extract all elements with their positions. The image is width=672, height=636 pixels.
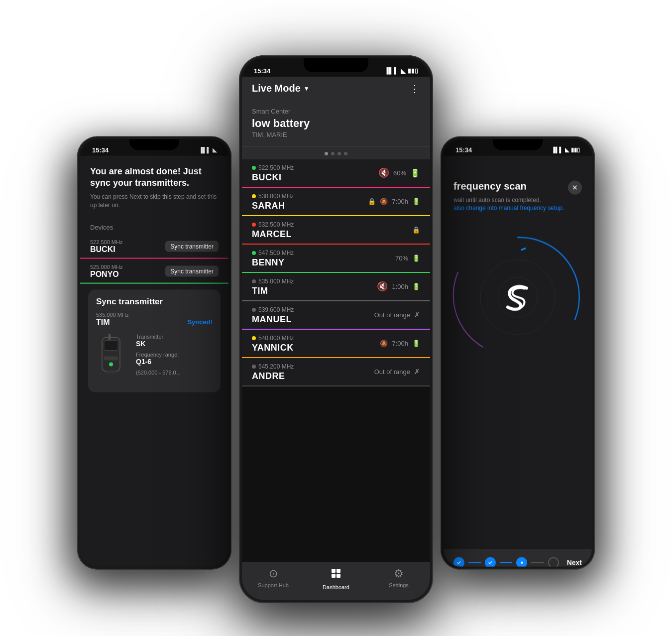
dot-1 xyxy=(325,152,328,155)
mute-tim: 🔇 xyxy=(377,281,388,292)
signal-icon-c: ▐▌▌ xyxy=(384,67,399,74)
menu-dots[interactable]: ⋮ xyxy=(410,83,420,95)
wifi-icon-r: ◣ xyxy=(565,146,569,153)
left-device-name-ponyo: PONYO xyxy=(90,269,122,278)
support-hub-label: Support Hub xyxy=(258,582,289,588)
device-status-bucki: 🔇 60% 🔋 xyxy=(378,167,420,178)
freq-scan-link[interactable]: also change into manual frequency setup. xyxy=(453,205,564,212)
status-icons-right: ▐▌▌ ◣ ▮▮▯ xyxy=(552,146,580,153)
freq-dot-bucki xyxy=(252,166,256,170)
devices-label: Devices xyxy=(80,217,228,234)
left-subtitle: You can press Next to skip this step and… xyxy=(90,193,219,210)
freq-dot-marcel xyxy=(252,223,256,227)
device-row-marcel[interactable]: 532.500 MHz MARCEL 🔒 xyxy=(242,216,430,245)
scene: 15:34 ▐▌▌ ◣ You are almost done! Just sy… xyxy=(62,32,610,605)
notch-right xyxy=(493,139,543,150)
scan-circle-area xyxy=(444,218,592,377)
dots-indicator xyxy=(242,147,430,159)
progress-bar-area: ● Next xyxy=(444,549,592,566)
time-center: 15:34 xyxy=(254,67,270,75)
lock-marcel: 🔒 xyxy=(412,226,420,234)
next-button[interactable]: Next xyxy=(567,558,582,566)
notch-left xyxy=(129,139,179,150)
device-status-andre: Out of range ✗ xyxy=(374,368,420,376)
device-list: 522.500 MHz BUCKI 🔇 60% 🔋 530.000 MHz xyxy=(242,159,430,562)
mute-sarah: 🔕 xyxy=(380,198,388,205)
battery-bar-benny: 🔋 xyxy=(412,254,420,262)
check-icon-2 xyxy=(488,560,493,565)
left-screen: You are almost done! Just sync your tran… xyxy=(80,155,228,566)
out-of-range-manuel: Out of range xyxy=(374,311,410,319)
device-status-manuel: Out of range ✗ xyxy=(374,311,420,319)
time-left: 15:34 xyxy=(92,146,109,153)
freq-dot-benny xyxy=(252,251,256,255)
tab-settings[interactable]: ⚙ Settings xyxy=(367,567,430,590)
transmitter-details: Transmitter SK Frequency range: Q1-6 (52… xyxy=(136,333,213,375)
status-icons-center: ▐▌▌ ◣ ▮▮▯ xyxy=(384,67,418,75)
device-freq-marcel: 532.500 MHz xyxy=(252,221,420,228)
step-line-1 xyxy=(468,562,481,563)
svg-rect-5 xyxy=(106,370,116,373)
tab-dashboard[interactable]: Dashboard xyxy=(305,567,367,590)
sync-card-freq: 535.000 MHz xyxy=(96,311,213,317)
step-line-3 xyxy=(531,562,544,563)
device-row-andre[interactable]: 545.200 MHz ANDRE Out of range ✗ xyxy=(242,358,430,386)
svg-rect-1 xyxy=(109,333,111,340)
dropdown-arrow[interactable]: ▼ xyxy=(304,85,310,92)
dashboard-icon xyxy=(330,567,342,582)
left-device-info-bucki: 522.500 MHz BUCKI xyxy=(90,239,122,254)
svg-rect-4 xyxy=(104,356,118,360)
lock-sarah: 🔒 xyxy=(368,198,376,205)
tab-support-hub[interactable]: ⊙ Support Hub xyxy=(242,567,305,590)
freq-range-value: Q1-6 xyxy=(136,357,213,365)
phone-right: 15:34 ▐▌▌ ◣ ▮▮▯ ✕ frequency scan wait un… xyxy=(441,136,595,569)
sennheiser-logo-svg xyxy=(503,282,533,312)
freq-dot-yannick xyxy=(252,336,256,340)
svg-rect-6 xyxy=(332,569,336,573)
close-button[interactable]: ✕ xyxy=(568,180,582,194)
step-1 xyxy=(453,557,464,566)
sync-card-name: TIM xyxy=(96,317,110,326)
device-row-tim[interactable]: 535.000 MHz TIM 🔇 1:00h 🔋 xyxy=(242,273,430,301)
left-device-row-ponyo: 525.000 MHz PONYO Sync transmitter xyxy=(80,258,228,283)
freq-scan-subtitle: wait until auto scan is completed. also … xyxy=(444,196,592,213)
support-hub-icon: ⊙ xyxy=(269,567,278,580)
sync-btn-ponyo[interactable]: Sync transmitter xyxy=(165,265,219,276)
battery-bar-yannick: 🔋 xyxy=(412,340,420,347)
svg-rect-8 xyxy=(332,574,336,578)
device-status-marcel: 🔒 xyxy=(412,226,420,234)
device-row-manuel[interactable]: 539.600 MHz MANUEL Out of range ✗ xyxy=(242,301,430,330)
sync-btn-bucki[interactable]: Sync transmitter xyxy=(165,241,219,252)
mute-yannick: 🔕 xyxy=(380,340,388,347)
device-row-sarah[interactable]: 530.000 MHz SARAH 🔒 🔕 7:00h 🔋 xyxy=(242,188,430,216)
transmitter-image xyxy=(96,333,126,385)
freq-scan-subtitle-text: wait until auto scan is completed. xyxy=(453,196,541,203)
device-row-benny[interactable]: 547.500 MHz BENNY 70% 🔋 xyxy=(242,245,430,273)
transmitter-svg xyxy=(96,333,126,383)
battery-icon-r: ▮▮▯ xyxy=(571,146,580,153)
live-mode-title: Live Mode ▼ xyxy=(252,83,310,94)
device-status-sarah: 🔒 🔕 7:00h 🔋 xyxy=(368,198,420,205)
freq-dot-sarah xyxy=(252,194,256,198)
live-mode-text: Live Mode xyxy=(252,83,301,94)
wifi-icon: ◣ xyxy=(213,146,217,153)
left-header: You are almost done! Just sync your tran… xyxy=(80,155,228,217)
phone-center: 15:34 ▐▌▌ ◣ ▮▮▯ Live Mode ▼ ⋮ Smart Cent… xyxy=(239,55,433,603)
sync-card-name-row: TIM Synced! xyxy=(96,317,213,326)
left-device-row-bucki: 522.500 MHz BUCKI Sync transmitter xyxy=(80,234,228,258)
step-line-2 xyxy=(500,562,512,563)
dot-4 xyxy=(344,152,347,155)
device-row-bucki[interactable]: 522.500 MHz BUCKI 🔇 60% 🔋 xyxy=(242,159,430,188)
transmitter-value: SK xyxy=(136,339,213,347)
settings-label: Settings xyxy=(389,582,409,588)
signal-icon: ▐▌▌ xyxy=(199,147,211,153)
device-name-marcel: MARCEL xyxy=(252,229,420,240)
dashboard-svg xyxy=(330,567,342,579)
battery-bar-bucki: 🔋 xyxy=(410,168,420,178)
device-status-yannick: 🔕 7:00h 🔋 xyxy=(380,340,420,347)
svg-point-3 xyxy=(109,362,113,366)
device-row-yannick[interactable]: 540.000 MHz YANNICK 🔕 7:00h 🔋 xyxy=(242,330,430,358)
step-3: ● xyxy=(516,557,527,566)
step-2 xyxy=(485,557,496,566)
battery-icon-c: ▮▮▯ xyxy=(408,67,418,74)
